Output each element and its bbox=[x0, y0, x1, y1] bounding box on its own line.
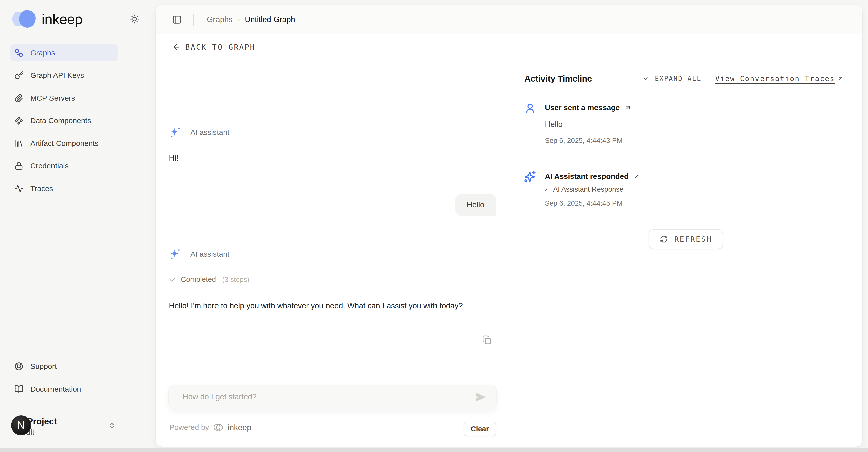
sidebar-item-support[interactable]: Support bbox=[10, 358, 118, 375]
expander-label: AI Assistant Response bbox=[553, 185, 623, 193]
event-title: User sent a message bbox=[545, 103, 620, 112]
chevron-right-icon bbox=[543, 186, 549, 192]
status-steps: (3 steps) bbox=[222, 276, 249, 284]
life-buoy-icon bbox=[14, 362, 23, 371]
sidebar: inkeep Graphs bbox=[0, 0, 156, 452]
event-timestamp: Sep 6, 2025, 4:44:43 PM bbox=[545, 137, 623, 145]
sidebar-item-label: Credentials bbox=[30, 162, 68, 170]
breadcrumb-bar: Graphs › Untitled Graph bbox=[156, 5, 863, 34]
sidebar-item-artifact-components[interactable]: Artifact Components bbox=[10, 135, 118, 152]
sidebar-item-traces[interactable]: Traces bbox=[10, 180, 118, 197]
ai-response-expander[interactable]: AI Assistant Response bbox=[543, 185, 623, 193]
timeline-event-link[interactable]: User sent a message bbox=[545, 103, 631, 112]
user-message-bubble: Hello bbox=[455, 194, 496, 216]
bottom-edge-strip bbox=[0, 448, 868, 452]
timeline-event-link[interactable]: AI Assistant responded bbox=[545, 172, 640, 181]
message-column: AI assistant Hi! Hello AI assistant bbox=[169, 60, 496, 446]
sidebar-item-label: Documentation bbox=[30, 385, 81, 393]
timeline-title: Activity Timeline bbox=[524, 74, 592, 84]
powered-by-brand: inkeep bbox=[227, 423, 251, 432]
sidebar-item-graph-api-keys[interactable]: Graph API Keys bbox=[10, 67, 118, 84]
sidebar-header: inkeep bbox=[11, 10, 141, 28]
chat-pane: AI assistant Hi! Hello AI assistant bbox=[156, 60, 509, 446]
chevron-down-icon bbox=[642, 75, 649, 82]
event-timestamp: Sep 6, 2025, 4:44:45 PM bbox=[545, 199, 623, 207]
arrow-up-right-icon bbox=[633, 173, 640, 180]
clear-button-label: Clear bbox=[471, 425, 489, 433]
project-name: Project bbox=[27, 416, 57, 426]
sidebar-item-label: Support bbox=[30, 362, 57, 371]
traces-link-label: View Conversation Traces bbox=[715, 75, 835, 83]
activity-timeline-panel: Activity Timeline EXPAND ALL View Conver… bbox=[509, 60, 863, 446]
brand-wordmark: inkeep bbox=[42, 11, 82, 27]
timeline-header: Activity Timeline EXPAND ALL View Conver… bbox=[524, 74, 844, 84]
view-conversation-traces-link[interactable]: View Conversation Traces bbox=[715, 75, 844, 83]
assistant-name-label: AI assistant bbox=[190, 250, 229, 258]
sidebar-item-label: Graph API Keys bbox=[30, 71, 84, 80]
toolbar-row: BACK TO GRAPH bbox=[156, 34, 863, 60]
assistant-message-header: AI assistant bbox=[169, 125, 229, 140]
powered-by-label: Powered by bbox=[169, 423, 209, 432]
content-area: AI assistant Hi! Hello AI assistant bbox=[156, 60, 863, 446]
sidebar-item-credentials[interactable]: Credentials bbox=[10, 158, 118, 174]
activity-icon bbox=[14, 184, 23, 193]
send-icon bbox=[475, 391, 487, 403]
chat-input-container bbox=[168, 385, 497, 409]
sidebar-item-label: Graphs bbox=[30, 49, 55, 57]
powered-by[interactable]: Powered by inkeep bbox=[169, 422, 251, 433]
inkeep-mark-icon bbox=[213, 422, 223, 433]
sparkles-icon bbox=[523, 170, 536, 183]
clear-button[interactable]: Clear bbox=[464, 422, 496, 436]
text-caret bbox=[182, 392, 182, 402]
sparkles-gradient-icon bbox=[169, 247, 183, 261]
key-icon bbox=[14, 71, 23, 80]
sidebar-item-label: Traces bbox=[30, 184, 53, 193]
assistant-message-text: Hi! bbox=[169, 153, 178, 163]
arrow-up-right-icon bbox=[624, 104, 631, 111]
copy-icon bbox=[482, 335, 492, 345]
sun-icon bbox=[129, 14, 140, 24]
sidebar-item-label: MCP Servers bbox=[30, 94, 75, 102]
chat-message-input[interactable] bbox=[183, 385, 464, 409]
avatar: N bbox=[11, 415, 31, 435]
sidebar-nav: Graphs Graph API Keys MCP Servers bbox=[10, 44, 118, 203]
main-panel: Graphs › Untitled Graph BACK TO GRAPH bbox=[156, 5, 863, 447]
back-to-graph-link[interactable]: BACK TO GRAPH bbox=[172, 34, 255, 60]
breadcrumb-separator: › bbox=[238, 16, 240, 24]
check-icon bbox=[169, 276, 176, 283]
event-title: AI Assistant responded bbox=[545, 172, 629, 181]
assistant-name-label: AI assistant bbox=[190, 128, 229, 137]
arrow-up-right-icon bbox=[837, 76, 844, 82]
lock-icon bbox=[14, 161, 23, 170]
user-icon bbox=[524, 102, 536, 114]
expand-all-button[interactable]: EXPAND ALL bbox=[642, 75, 702, 82]
sidebar-item-label: Data Components bbox=[30, 116, 91, 125]
copy-button[interactable] bbox=[482, 335, 492, 345]
sidebar-item-data-components[interactable]: Data Components bbox=[10, 112, 118, 129]
project-selector[interactable]: Project ult N bbox=[0, 414, 118, 442]
inkeep-logo: inkeep bbox=[11, 10, 82, 28]
refresh-button[interactable]: REFRESH bbox=[649, 229, 723, 249]
sparkles-gradient-icon bbox=[169, 125, 183, 140]
assistant-message-header: AI assistant bbox=[169, 247, 229, 261]
panel-left-icon bbox=[172, 15, 182, 25]
sidebar-item-label: Artifact Components bbox=[30, 139, 99, 147]
breadcrumb-current-page: Untitled Graph bbox=[245, 15, 295, 24]
paperclip-icon bbox=[14, 93, 23, 103]
timeline-connector-line bbox=[530, 118, 530, 173]
send-button[interactable] bbox=[475, 391, 487, 403]
event-body-text: Hello bbox=[545, 120, 563, 129]
assistant-message-text: Hello! I'm here to help you with whateve… bbox=[169, 300, 495, 312]
refresh-icon bbox=[660, 235, 668, 243]
arrow-left-icon bbox=[172, 43, 180, 51]
completion-status[interactable]: Completed (3 steps) bbox=[169, 275, 249, 284]
book-open-icon bbox=[14, 385, 23, 394]
sidebar-toggle-button[interactable] bbox=[172, 15, 182, 25]
breadcrumb-graphs-link[interactable]: Graphs bbox=[207, 15, 232, 24]
sidebar-item-mcp-servers[interactable]: MCP Servers bbox=[10, 89, 118, 107]
sidebar-item-documentation[interactable]: Documentation bbox=[10, 380, 118, 398]
divider bbox=[193, 14, 194, 26]
sidebar-item-graphs[interactable]: Graphs bbox=[10, 44, 118, 61]
status-label: Completed bbox=[181, 275, 216, 284]
theme-toggle-button[interactable] bbox=[129, 13, 141, 25]
